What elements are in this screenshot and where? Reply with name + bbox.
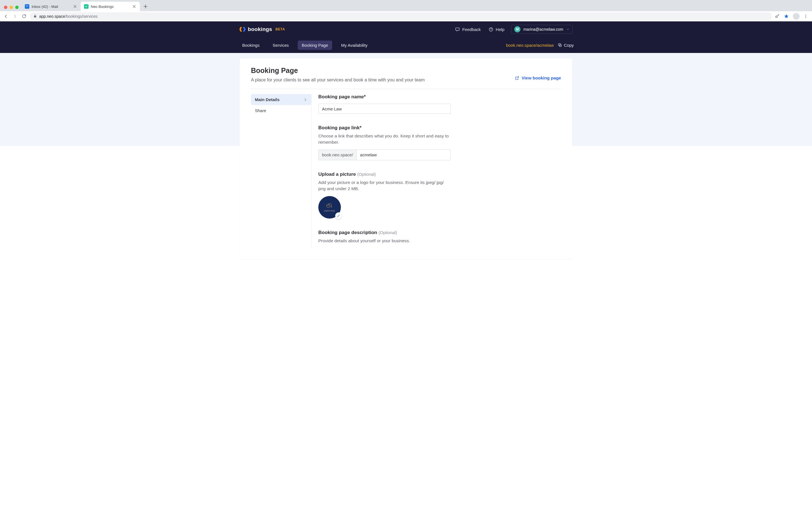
browser-tab-mail[interactable]: Inbox (42) - Mail: [21, 2, 81, 11]
close-icon[interactable]: [73, 4, 77, 9]
page-subtitle: A place for your clients to see all your…: [251, 77, 424, 82]
window-maximize[interactable]: [15, 6, 18, 9]
reload-icon[interactable]: [21, 13, 27, 19]
window-controls: [3, 6, 21, 11]
browser-toolbar: app.neo.space/bookings/services: [0, 11, 812, 21]
back-icon[interactable]: [3, 13, 9, 19]
account-email: marina@acmelaw.com: [523, 27, 563, 32]
booking-link-input[interactable]: [356, 150, 451, 160]
app-header: bookings BETA Feedback Help M marina@acm…: [0, 21, 812, 53]
field-description: Booking page description (Optional) Prov…: [318, 230, 492, 244]
account-menu[interactable]: M marina@acmelaw.com: [511, 25, 573, 34]
neo-icon: [84, 4, 89, 9]
feedback-icon: [455, 27, 460, 32]
field-help: Add your picture or a logo for your busi…: [318, 179, 451, 192]
field-label-text: Booking page description: [318, 230, 377, 235]
svg-rect-5: [456, 27, 460, 30]
copy-label: Copy: [564, 43, 574, 48]
star-icon[interactable]: [784, 14, 789, 19]
copy-button[interactable]: Copy: [558, 43, 574, 48]
brand-logo-icon: [239, 26, 246, 33]
svg-point-4: [806, 17, 806, 18]
help-icon: [489, 27, 493, 32]
nav-tabs: Bookings Services Booking Page My Availa…: [238, 41, 371, 50]
justice-logo-icon: [325, 203, 334, 209]
view-booking-page-link[interactable]: View booking page: [515, 66, 561, 80]
svg-point-2: [806, 15, 806, 15]
feedback-link[interactable]: Feedback: [451, 27, 485, 32]
nav-tab-availability[interactable]: My Availability: [337, 41, 371, 50]
nav-tab-services[interactable]: Services: [269, 41, 293, 50]
optional-tag: (Optional): [378, 230, 397, 235]
key-icon[interactable]: [775, 14, 780, 19]
browser-chrome: Inbox (42) - Mail Neo Bookings: [0, 0, 812, 21]
booking-url[interactable]: book.neo.space/acmelaw: [506, 43, 554, 48]
brand-beta-badge: BETA: [275, 27, 285, 31]
help-label: Help: [496, 27, 504, 32]
svg-rect-0: [34, 16, 36, 17]
chevron-right-icon: [303, 98, 307, 102]
main-card: Booking Page A place for your clients to…: [240, 59, 572, 259]
field-booking-name: Booking page name*: [318, 94, 492, 114]
svg-point-7: [491, 30, 491, 31]
booking-name-input[interactable]: [318, 104, 451, 114]
page-body: Booking Page A place for your clients to…: [0, 53, 812, 253]
field-label: Upload a picture (Optional): [318, 172, 492, 177]
field-help: Provide details about yourself or your b…: [318, 238, 451, 244]
sidebar-item-label: Share: [255, 108, 266, 113]
nav-tab-booking-page[interactable]: Booking Page: [298, 41, 332, 50]
url-path: /bookings/services: [65, 14, 98, 18]
copy-icon: [558, 43, 562, 47]
picture-upload[interactable]: JUSTICE: [318, 196, 341, 219]
sidebar-item-label: Main Details: [255, 97, 280, 102]
tab-strip: Inbox (42) - Mail Neo Bookings: [0, 0, 812, 11]
field-booking-link: Booking page link* Choose a link that de…: [318, 125, 492, 160]
close-icon[interactable]: [132, 4, 137, 9]
address-bar[interactable]: app.neo.space/bookings/services: [30, 12, 772, 20]
kebab-icon[interactable]: [804, 14, 808, 18]
page-title: Booking Page: [251, 66, 424, 75]
svg-point-10: [326, 204, 330, 208]
new-tab-button[interactable]: [142, 3, 149, 10]
svg-point-3: [806, 16, 806, 17]
field-label: Booking page name*: [318, 94, 492, 100]
tab-title: Inbox (42) - Mail: [32, 4, 70, 9]
field-label: Booking page link*: [318, 125, 492, 131]
window-minimize[interactable]: [10, 6, 13, 9]
field-picture: Upload a picture (Optional) Add your pic…: [318, 172, 492, 219]
help-link[interactable]: Help: [485, 27, 508, 32]
feedback-label: Feedback: [462, 27, 481, 32]
sidebar-item-share[interactable]: Share: [251, 105, 311, 116]
optional-tag: (Optional): [357, 172, 376, 177]
chevron-down-icon: [566, 27, 569, 31]
brand-name: bookings: [248, 26, 272, 33]
tab-title: Neo Bookings: [91, 4, 130, 9]
view-booking-page-label: View booking page: [522, 75, 561, 80]
brand[interactable]: bookings BETA: [239, 26, 285, 33]
profile-avatar[interactable]: [793, 13, 800, 20]
forward-icon[interactable]: [12, 13, 18, 19]
settings-form: Booking page name* Booking page link* Ch…: [312, 94, 492, 248]
browser-tab-neo[interactable]: Neo Bookings: [81, 2, 140, 11]
edit-picture-button[interactable]: [335, 212, 342, 219]
lock-icon: [33, 14, 37, 18]
account-avatar: M: [514, 26, 520, 33]
settings-sidebar: Main Details Share: [251, 94, 312, 248]
external-link-icon: [515, 76, 519, 80]
pencil-icon: [337, 214, 340, 217]
window-close[interactable]: [4, 6, 7, 9]
nav-tab-bookings[interactable]: Bookings: [238, 41, 264, 50]
field-label: Booking page description (Optional): [318, 230, 492, 235]
field-help: Choose a link that describes what you do…: [318, 133, 451, 146]
url-host: app.neo.space: [39, 14, 65, 18]
link-prefix: book.neo.space/: [318, 150, 356, 160]
mail-icon: [25, 4, 29, 9]
toolbar-right: [775, 13, 809, 20]
field-label-text: Upload a picture: [318, 172, 356, 177]
logo-text: JUSTICE: [324, 210, 335, 212]
sidebar-item-main-details[interactable]: Main Details: [251, 94, 311, 105]
